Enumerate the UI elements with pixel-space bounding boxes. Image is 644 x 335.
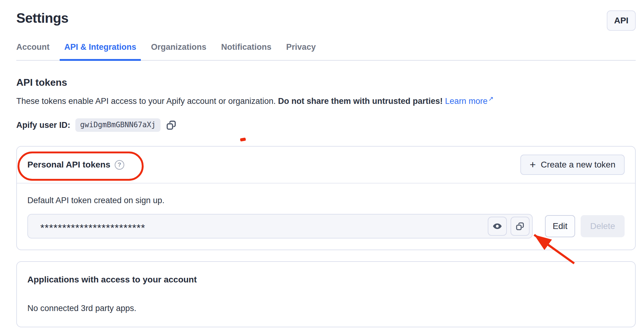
description-text: These tokens enable API access to your A… bbox=[16, 97, 278, 106]
personal-tokens-header: Personal API tokens ? + Create a new tok… bbox=[17, 147, 635, 183]
create-new-token-button[interactable]: + Create a new token bbox=[520, 155, 625, 175]
help-icon[interactable]: ? bbox=[115, 160, 124, 170]
applications-empty-message: No connected 3rd party apps. bbox=[27, 304, 625, 313]
user-id-label: Apify user ID: bbox=[16, 120, 70, 130]
api-tokens-heading: API tokens bbox=[16, 77, 636, 88]
settings-page: Settings API Account API & Integrations … bbox=[16, 0, 636, 327]
apify-user-id-row: Apify user ID: gwiDgmBmGBNN67aXj bbox=[16, 118, 636, 132]
eye-icon bbox=[492, 221, 502, 231]
copy-token-button[interactable] bbox=[511, 217, 530, 236]
external-link-icon: ↗ bbox=[488, 95, 494, 102]
page-header: Settings API bbox=[16, 10, 636, 31]
settings-tabs: Account API & Integrations Organizations… bbox=[16, 42, 636, 61]
description-warning: Do not share them with untrusted parties… bbox=[278, 97, 443, 106]
show-token-button[interactable] bbox=[488, 217, 507, 236]
api-tokens-description: These tokens enable API access to your A… bbox=[16, 95, 636, 106]
tab-privacy[interactable]: Privacy bbox=[286, 42, 316, 60]
token-description: Default API token created on sign up. bbox=[27, 196, 625, 205]
applications-title: Applications with access to your account bbox=[27, 275, 625, 285]
personal-tokens-title: Personal API tokens ? bbox=[27, 160, 124, 170]
copy-icon bbox=[515, 221, 525, 231]
edit-token-button[interactable]: Edit bbox=[545, 215, 575, 237]
plus-icon: + bbox=[530, 159, 536, 170]
tab-organizations[interactable]: Organizations bbox=[151, 42, 206, 60]
token-value-field[interactable]: ************************ bbox=[27, 214, 533, 238]
tab-api-integrations[interactable]: API & Integrations bbox=[64, 42, 136, 60]
tab-account[interactable]: Account bbox=[16, 42, 50, 60]
applications-card: Applications with access to your account… bbox=[16, 261, 636, 327]
api-button[interactable]: API bbox=[607, 10, 636, 31]
learn-more-link[interactable]: Learn more↗ bbox=[445, 97, 494, 106]
copy-user-id-icon[interactable] bbox=[165, 119, 177, 131]
token-row: ************************ Ed bbox=[27, 214, 625, 238]
personal-api-tokens-card: Personal API tokens ? + Create a new tok… bbox=[16, 146, 636, 250]
personal-tokens-body: Default API token created on sign up. **… bbox=[17, 183, 635, 250]
delete-token-button: Delete bbox=[581, 215, 625, 237]
tab-notifications[interactable]: Notifications bbox=[221, 42, 272, 60]
page-title: Settings bbox=[16, 10, 69, 26]
masked-token-value: ************************ bbox=[40, 222, 484, 234]
user-id-value: gwiDgmBmGBNN67aXj bbox=[75, 118, 161, 132]
